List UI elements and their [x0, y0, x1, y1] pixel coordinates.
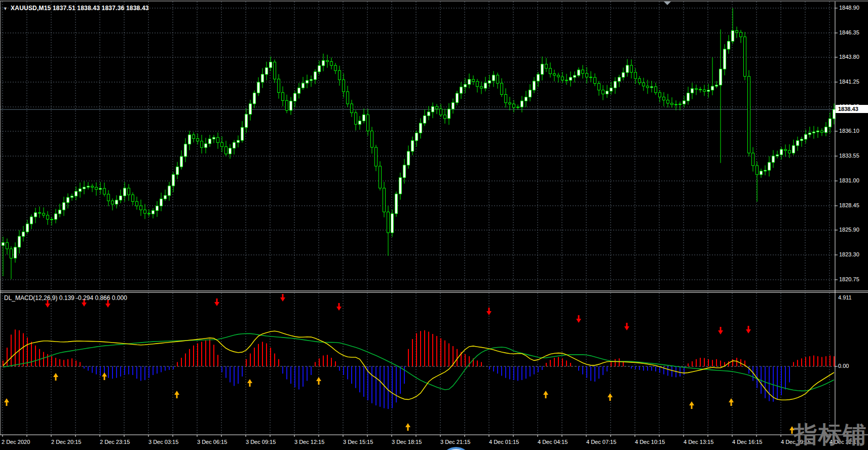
indicator-label: DL_MACD(12,26,9) 0.139 -0.294 0.866 0.00…	[4, 294, 127, 302]
sell-signal-arrow-icon	[746, 326, 751, 333]
price-axis-label: 1831.00	[839, 177, 859, 183]
sell-signal-arrow-icon	[280, 294, 285, 302]
price-axis-label: 1846.35	[839, 29, 859, 35]
buy-signal-arrow-icon	[543, 391, 548, 398]
sell-signal-arrow-icon	[214, 298, 219, 306]
time-axis-label: 3 Dec 21:15	[440, 439, 470, 445]
time-axis-label: 2 Dec 23:15	[100, 439, 130, 445]
time-axis-label: 4 Dec 16:15	[732, 439, 762, 445]
time-axis-label: 2 Dec 20:15	[51, 439, 81, 445]
buy-signal-arrow-icon	[53, 373, 58, 381]
price-axis-label: 1820.75	[839, 276, 859, 282]
buy-signal-arrow-icon	[405, 423, 410, 431]
time-axis-label: 2 Dec 2020	[2, 439, 30, 445]
buy-signal-arrow-icon	[4, 398, 9, 406]
time-axis-label: 4 Dec 04:15	[538, 439, 568, 445]
mt4-chart-window: ▼XAUUSD,M15 1837.51 1838.43 1837.36 1838…	[0, 0, 868, 450]
sell-signal-arrow-icon	[718, 327, 723, 334]
time-axis-label: 3 Dec 12:15	[294, 439, 324, 445]
time-axis-label: 4 Dec 13:15	[684, 439, 713, 445]
price-axis-label: 1836.10	[839, 128, 859, 134]
macd-axis-zero: 0.00	[838, 363, 849, 369]
current-price-marker: 1838.43	[836, 105, 868, 113]
buy-signal-arrow-icon	[729, 398, 734, 406]
price-axis-label: 1825.90	[839, 227, 859, 233]
time-axis-label: 4 Dec 07:15	[586, 439, 616, 445]
price-axis-label: 1848.90	[839, 5, 859, 11]
buy-signal-arrow-icon	[174, 391, 179, 398]
buy-signal-arrow-icon	[689, 401, 694, 409]
time-axis-label: 3 Dec 09:15	[246, 439, 276, 445]
time-axis-label: 3 Dec 03:15	[148, 439, 178, 445]
buy-signal-arrow-icon	[247, 379, 252, 387]
time-axis-label: 3 Dec 15:15	[343, 439, 373, 445]
chart-shift-marker-icon	[664, 2, 671, 5]
price-axis-label: 1823.30	[839, 251, 859, 257]
sell-signal-arrow-icon	[576, 315, 581, 323]
time-axis-label: 4 Dec 01:15	[489, 439, 519, 445]
chart-canvas[interactable]	[0, 0, 868, 450]
buy-signal-arrow-icon	[316, 377, 321, 385]
sell-signal-arrow-icon	[624, 323, 629, 330]
sell-signal-arrow-icon	[336, 303, 342, 311]
chart-title: ▼XAUUSD,M15 1837.51 1838.43 1837.36 1838…	[3, 5, 149, 12]
buy-signal-arrow-icon	[102, 372, 107, 380]
time-axis-label: 4 Dec 10:15	[635, 439, 665, 445]
price-axis-label: 1843.80	[839, 54, 859, 60]
price-axis-label: 1828.45	[839, 202, 859, 208]
price-axis-label: 1833.55	[839, 153, 859, 159]
macd-axis-max: 4.911	[838, 294, 852, 301]
time-axis-label: 3 Dec 18:15	[392, 439, 422, 445]
chart-title-text: XAUUSD,M15 1837.51 1838.43 1837.36 1838.…	[11, 5, 149, 12]
price-axis-label: 1841.25	[839, 79, 859, 85]
watermark-text: 指标铺	[794, 423, 867, 446]
chart-menu-icon[interactable]: ▼	[3, 6, 8, 11]
sell-signal-arrow-icon	[486, 308, 492, 315]
buy-signal-arrow-icon	[608, 393, 613, 401]
time-axis-label: 3 Dec 06:15	[197, 439, 227, 445]
